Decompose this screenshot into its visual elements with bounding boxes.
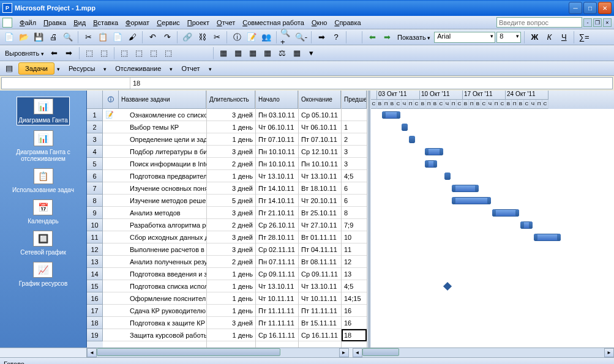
- duration-cell[interactable]: 1 день: [207, 292, 255, 305]
- report-drop[interactable]: [209, 65, 212, 72]
- sidebar-item-4[interactable]: 🔲Сетевой график: [19, 229, 67, 257]
- info-cell[interactable]: [103, 207, 119, 219]
- pred-cell[interactable]: 3: [342, 158, 367, 170]
- task-name-cell[interactable]: Изучение основных поня: [119, 182, 206, 195]
- finish-cell[interactable]: Ср 12.10.11: [299, 146, 341, 158]
- row-header[interactable]: 12: [87, 243, 103, 256]
- finish-cell[interactable]: Чт 06.10.11: [299, 121, 341, 133]
- duration-cell[interactable]: 1 день: [207, 133, 255, 146]
- row-header[interactable]: 5: [87, 158, 103, 170]
- assign-icon[interactable]: 👥: [260, 31, 273, 44]
- close-button[interactable]: ✕: [598, 2, 612, 14]
- tab-resources[interactable]: Ресурсы: [62, 63, 101, 74]
- finish-cell[interactable]: Чт 10.11.11: [299, 292, 341, 305]
- duration-cell[interactable]: 1 день: [207, 121, 255, 133]
- row-header[interactable]: 9: [87, 207, 103, 219]
- pred-cell[interactable]: 2: [342, 133, 367, 146]
- pred-cell[interactable]: 6: [342, 195, 367, 207]
- italic-icon[interactable]: К: [542, 31, 556, 44]
- row-header[interactable]: 11: [87, 231, 103, 243]
- start-cell[interactable]: Пн 10.10.11: [256, 146, 298, 158]
- start-cell[interactable]: Пн 03.10.11: [256, 109, 298, 121]
- task-name-cell[interactable]: Изучение методов реше: [119, 195, 206, 207]
- gantt-bar[interactable]: [452, 185, 479, 192]
- row-header[interactable]: 15: [87, 280, 103, 292]
- t7-icon[interactable]: ▦: [217, 46, 230, 60]
- menu-Вид[interactable]: Вид: [70, 18, 89, 28]
- info-cell[interactable]: [103, 268, 119, 280]
- task-name-cell[interactable]: Сдача КР руководителю: [119, 305, 206, 317]
- task-name-cell[interactable]: Определение цели и зада: [119, 133, 206, 146]
- task-name-cell[interactable]: Выбор темы КР: [119, 121, 206, 133]
- info-cell[interactable]: [103, 243, 119, 256]
- row-header[interactable]: 2: [87, 121, 103, 133]
- zoom-in-icon[interactable]: 🔍+: [280, 31, 293, 44]
- redo-icon[interactable]: ↷: [160, 31, 174, 44]
- formula-input[interactable]: [130, 78, 612, 88]
- menu-Правка[interactable]: Правка: [40, 18, 70, 28]
- task-name-cell[interactable]: Анализ полученных резу: [119, 256, 206, 268]
- pred-cell[interactable]: 4;5: [342, 280, 367, 292]
- scroll-right-button[interactable]: ►: [339, 348, 349, 357]
- info-cell[interactable]: [103, 158, 119, 170]
- start-cell[interactable]: Чт 13.10.11: [256, 280, 298, 292]
- gantt-bar[interactable]: [402, 124, 408, 131]
- menu-Формат[interactable]: Формат: [122, 18, 153, 28]
- col-start-header[interactable]: Начало: [256, 91, 298, 109]
- finish-cell[interactable]: Ср 05.10.11: [299, 109, 341, 121]
- outdent-icon[interactable]: ⬅: [48, 46, 61, 60]
- pred-cell[interactable]: 4;5: [342, 170, 367, 182]
- pred-cell[interactable]: 6: [342, 182, 367, 195]
- row-header[interactable]: 16: [87, 292, 103, 305]
- info-cell[interactable]: [103, 329, 119, 341]
- open-icon[interactable]: 📂: [17, 31, 31, 44]
- cut-icon[interactable]: ✂: [81, 31, 95, 44]
- indent-icon[interactable]: ➡: [62, 46, 76, 60]
- row-header[interactable]: 7: [87, 182, 103, 195]
- show-menu[interactable]: Показать: [395, 34, 433, 41]
- start-cell[interactable]: Пт 11.11.11: [256, 317, 298, 329]
- tab-tasks[interactable]: Задачи: [18, 62, 54, 75]
- col-finish-header[interactable]: Окончание: [299, 91, 341, 109]
- mdi-close-button[interactable]: ×: [603, 18, 612, 27]
- task-name-cell[interactable]: Подготовка предварител: [119, 170, 206, 182]
- scroll-left-button[interactable]: ◄: [87, 348, 97, 357]
- pred-cell[interactable]: 12: [342, 256, 367, 268]
- task-name-cell[interactable]: Разработка алгоритма ре: [119, 219, 206, 231]
- start-cell[interactable]: Чт 06.10.11: [256, 121, 298, 133]
- resources-drop[interactable]: [103, 65, 107, 72]
- start-cell[interactable]: Пт 11.11.11: [256, 305, 298, 317]
- gantt-milestone[interactable]: [443, 282, 452, 291]
- menu-Отчет[interactable]: Отчет: [213, 18, 239, 28]
- info-cell[interactable]: [103, 305, 119, 317]
- t5-icon[interactable]: ⬚: [147, 46, 160, 60]
- pred-cell[interactable]: 14;15: [342, 292, 367, 305]
- start-cell[interactable]: Ср 26.10.11: [256, 219, 298, 231]
- maximize-button[interactable]: □: [583, 2, 597, 14]
- t13-icon[interactable]: ▾: [305, 46, 318, 60]
- start-cell[interactable]: Пт 21.10.11: [256, 207, 298, 219]
- t12-icon[interactable]: ▦: [290, 46, 304, 60]
- duration-cell[interactable]: 5 дней: [207, 195, 255, 207]
- tracking-drop[interactable]: [170, 65, 173, 72]
- duration-cell[interactable]: 3 дней: [207, 109, 255, 121]
- duration-cell[interactable]: 1 день: [207, 305, 255, 317]
- finish-cell[interactable]: Чт 20.10.11: [299, 195, 341, 207]
- start-cell[interactable]: Пн 07.11.11: [256, 256, 298, 268]
- gantt-bar[interactable]: [452, 197, 491, 204]
- info-cell[interactable]: [103, 182, 119, 195]
- duration-cell[interactable]: 1 день: [207, 170, 255, 182]
- pred-cell[interactable]: 18: [342, 329, 367, 341]
- info-cell[interactable]: [103, 292, 119, 305]
- t4-icon[interactable]: ⬚: [132, 46, 146, 60]
- gantt-bar[interactable]: [409, 136, 415, 143]
- t10-icon[interactable]: ▦: [261, 46, 274, 60]
- info-cell[interactable]: [103, 231, 119, 243]
- t1-icon[interactable]: ⬚: [83, 46, 96, 60]
- pred-cell[interactable]: [342, 109, 367, 121]
- task-name-cell[interactable]: Выполнение расчетов в: [119, 243, 206, 256]
- link-icon[interactable]: 🔗: [181, 31, 194, 44]
- row-header[interactable]: 14: [87, 268, 103, 280]
- undo-icon[interactable]: ↶: [146, 31, 159, 44]
- start-cell[interactable]: Чт 13.10.11: [256, 170, 298, 182]
